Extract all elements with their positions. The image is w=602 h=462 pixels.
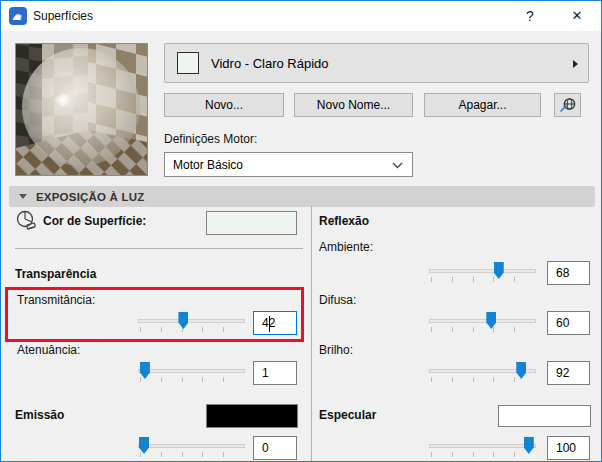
- shine-slider[interactable]: [429, 361, 536, 385]
- rename-button[interactable]: Novo Nome...: [294, 93, 413, 117]
- attenuation-value: 1: [262, 366, 269, 380]
- specular-value: 100: [556, 441, 576, 455]
- surfaces-dialog: Superfícies ? ✕: [0, 0, 602, 462]
- new-button[interactable]: Novo...: [164, 93, 284, 117]
- surface-color-swatch[interactable]: [206, 211, 297, 235]
- diffuse-value: 60: [556, 316, 569, 330]
- engine-settings-label: Definições Motor:: [164, 132, 257, 146]
- slider-ticks: [140, 377, 244, 382]
- text-cursor: [269, 316, 270, 332]
- shine-label: Brilho:: [319, 343, 353, 357]
- transmittance-slider[interactable]: [138, 311, 245, 335]
- delete-button[interactable]: Apagar...: [424, 93, 541, 117]
- emission-title: Emissão: [15, 408, 64, 422]
- ambient-label: Ambiente:: [319, 240, 373, 254]
- download-catalog-button[interactable]: [554, 93, 581, 117]
- transmittance-input[interactable]: 42: [253, 311, 297, 335]
- slider-ticks: [431, 327, 535, 332]
- chevron-down-icon: [392, 162, 403, 169]
- material-swatch: [177, 52, 199, 74]
- titlebar: Superfícies ? ✕: [1, 1, 601, 31]
- attenuation-slider[interactable]: [138, 361, 245, 385]
- emission-color-swatch[interactable]: [206, 404, 298, 428]
- ambient-input[interactable]: 68: [547, 261, 590, 285]
- ambient-slider[interactable]: [429, 261, 536, 285]
- help-button[interactable]: ?: [507, 1, 553, 30]
- slider-ticks: [140, 452, 244, 457]
- column-divider: [311, 206, 312, 462]
- slider-track: [138, 319, 245, 323]
- attenuation-label: Atenuância:: [17, 343, 80, 357]
- shine-input[interactable]: 92: [547, 361, 590, 385]
- reflection-title: Reflexão: [319, 214, 369, 228]
- transmittance-label: Transmitância:: [17, 293, 95, 307]
- section-title: EXPOSIÇÃO À LUZ: [36, 191, 144, 203]
- engine-value: Motor Básico: [173, 158, 243, 172]
- slider-ticks: [431, 277, 535, 282]
- engine-combobox[interactable]: Motor Básico: [164, 152, 413, 177]
- slider-track: [138, 369, 245, 373]
- emission-input[interactable]: 0: [253, 436, 297, 460]
- window-title: Superfícies: [33, 9, 93, 23]
- app-logo-icon: [9, 7, 27, 25]
- close-button[interactable]: ✕: [554, 1, 600, 30]
- preview-sphere-image: [16, 44, 147, 175]
- slider-ticks: [431, 377, 535, 382]
- specular-title: Especular: [319, 408, 376, 422]
- material-selector[interactable]: Vidro - Claro Rápido: [164, 43, 589, 83]
- slider-track: [429, 444, 536, 448]
- surface-color-label: Cor de Superfície:: [43, 214, 146, 228]
- slider-ticks: [140, 327, 244, 332]
- collapse-triangle-icon: [19, 194, 27, 199]
- emission-slider[interactable]: [138, 436, 245, 460]
- diffuse-input[interactable]: 60: [547, 311, 590, 335]
- section-exposure-header[interactable]: EXPOSIÇÃO À LUZ: [9, 186, 595, 207]
- attenuation-input[interactable]: 1: [253, 361, 297, 385]
- material-name: Vidro - Claro Rápido: [211, 56, 329, 71]
- flyout-arrow-icon: [573, 60, 578, 68]
- divider: [15, 248, 303, 249]
- specular-color-swatch[interactable]: [498, 405, 591, 427]
- transparency-title: Transparência: [15, 267, 96, 281]
- slider-track: [429, 269, 536, 273]
- shine-value: 92: [556, 366, 569, 380]
- specular-slider[interactable]: [429, 436, 536, 460]
- ambient-value: 68: [556, 266, 569, 280]
- emission-value: 0: [262, 441, 269, 455]
- surface-color-icon: [15, 209, 38, 232]
- globe-download-icon: [558, 97, 577, 114]
- slider-track: [429, 319, 536, 323]
- diffuse-label: Difusa:: [319, 293, 356, 307]
- specular-input[interactable]: 100: [547, 436, 590, 460]
- material-preview: [15, 43, 148, 176]
- diffuse-slider[interactable]: [429, 311, 536, 335]
- slider-track: [138, 444, 245, 448]
- slider-ticks: [431, 452, 535, 457]
